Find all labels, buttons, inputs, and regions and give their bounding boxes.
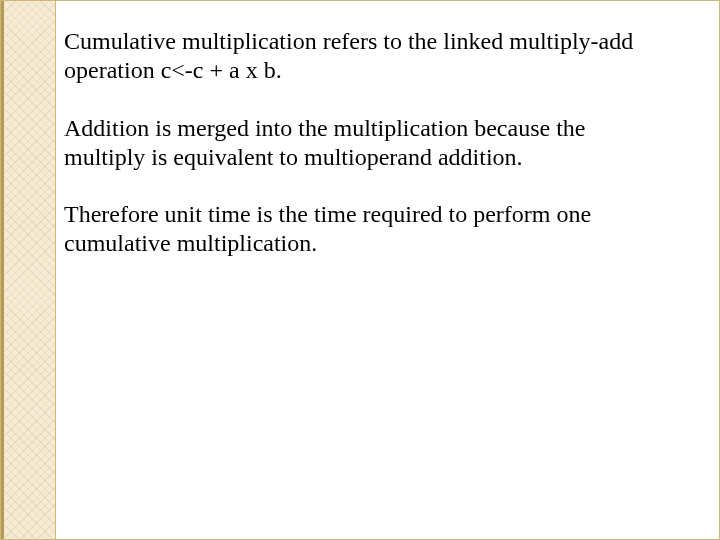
slide-content: Cumulative multiplication refers to the … xyxy=(64,27,659,287)
slide: Cumulative multiplication refers to the … xyxy=(0,0,720,540)
sidebar-accent-stripe xyxy=(1,1,4,539)
slide-sidebar xyxy=(1,1,56,539)
paragraph: Addition is merged into the multiplicati… xyxy=(64,114,659,173)
paragraph: Therefore unit time is the time required… xyxy=(64,200,659,259)
paragraph: Cumulative multiplication refers to the … xyxy=(64,27,659,86)
